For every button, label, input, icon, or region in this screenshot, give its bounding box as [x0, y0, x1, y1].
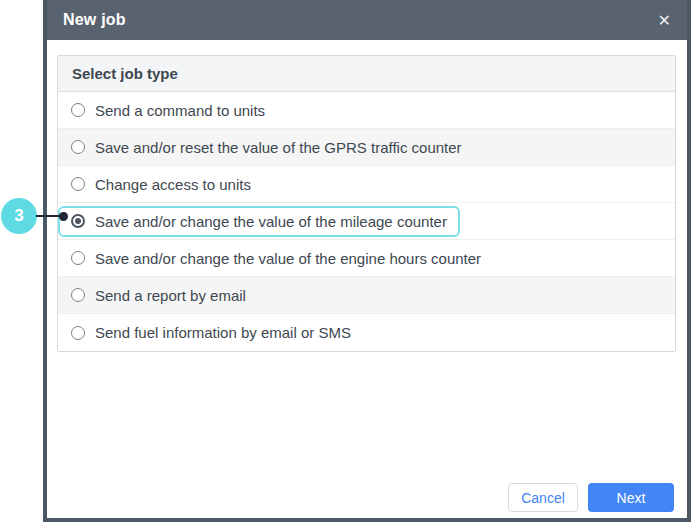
job-type-option-inner: Send a report by email	[58, 277, 259, 313]
job-type-option-inner: Save and/or reset the value of the GPRS …	[58, 129, 475, 165]
job-type-option[interactable]: Save and/or reset the value of the GPRS …	[58, 129, 675, 166]
radio-icon[interactable]	[71, 140, 85, 154]
job-type-option-inner: Save and/or change the value of the mile…	[58, 206, 460, 237]
section-title: Select job type	[58, 56, 675, 92]
step-badge: 3	[1, 198, 37, 234]
job-type-option[interactable]: Send a command to units	[58, 92, 675, 129]
job-type-option-inner: Save and/or change the value of the engi…	[58, 240, 494, 276]
new-job-dialog: New job ✕ Select job type Send a command…	[43, 0, 691, 522]
dialog-body: Select job type Send a command to units …	[47, 40, 687, 522]
job-type-label: Save and/or change the value of the mile…	[95, 213, 447, 230]
job-type-label: Save and/or change the value of the engi…	[95, 250, 481, 267]
cancel-button[interactable]: Cancel	[508, 483, 578, 512]
close-icon[interactable]: ✕	[658, 0, 671, 40]
job-type-label: Change access to units	[95, 176, 251, 193]
job-type-label: Send fuel information by email or SMS	[95, 324, 351, 341]
radio-icon[interactable]	[71, 214, 85, 228]
dialog-header: New job ✕	[47, 0, 687, 40]
callout-leader-line	[36, 215, 61, 217]
job-type-label: Send a command to units	[95, 102, 265, 119]
job-type-option-inner: Send a command to units	[58, 92, 278, 128]
radio-icon[interactable]	[71, 326, 85, 340]
radio-icon[interactable]	[71, 103, 85, 117]
job-type-option[interactable]: Send a report by email	[58, 277, 675, 314]
radio-icon[interactable]	[71, 251, 85, 265]
job-type-option[interactable]: Send fuel information by email or SMS	[58, 314, 675, 351]
radio-icon[interactable]	[71, 177, 85, 191]
callout-leader-dot	[59, 212, 68, 221]
dialog-footer: Cancel Next	[508, 483, 674, 512]
job-type-option[interactable]: Change access to units	[58, 166, 675, 203]
job-type-option-inner: Send fuel information by email or SMS	[58, 314, 364, 351]
job-type-option-inner: Change access to units	[58, 166, 264, 202]
screenshot-stage: 3 New job ✕ Select job type Send a comma…	[0, 0, 691, 524]
next-button[interactable]: Next	[588, 483, 674, 512]
job-type-list: Select job type Send a command to units …	[57, 55, 676, 352]
job-type-option[interactable]: Save and/or change the value of the mile…	[58, 203, 675, 240]
radio-icon[interactable]	[71, 288, 85, 302]
job-type-label: Save and/or reset the value of the GPRS …	[95, 139, 462, 156]
dialog-title: New job	[63, 11, 126, 29]
job-type-label: Send a report by email	[95, 287, 246, 304]
job-type-option[interactable]: Save and/or change the value of the engi…	[58, 240, 675, 277]
